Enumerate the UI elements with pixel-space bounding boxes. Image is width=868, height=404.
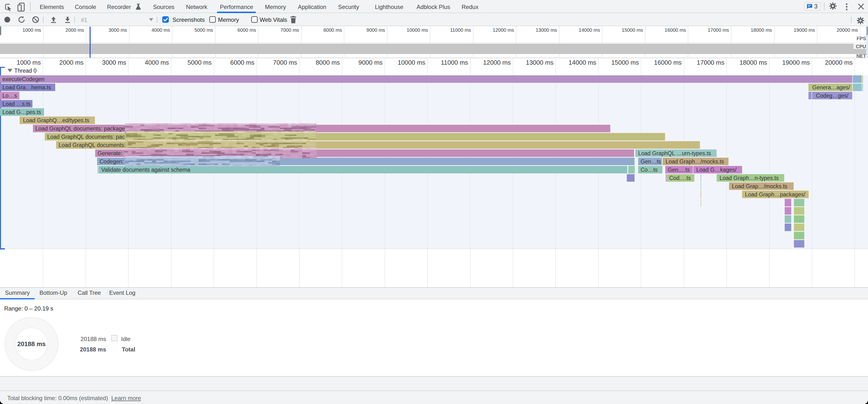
svg-text:20188 ms: 20188 ms — [17, 340, 45, 348]
